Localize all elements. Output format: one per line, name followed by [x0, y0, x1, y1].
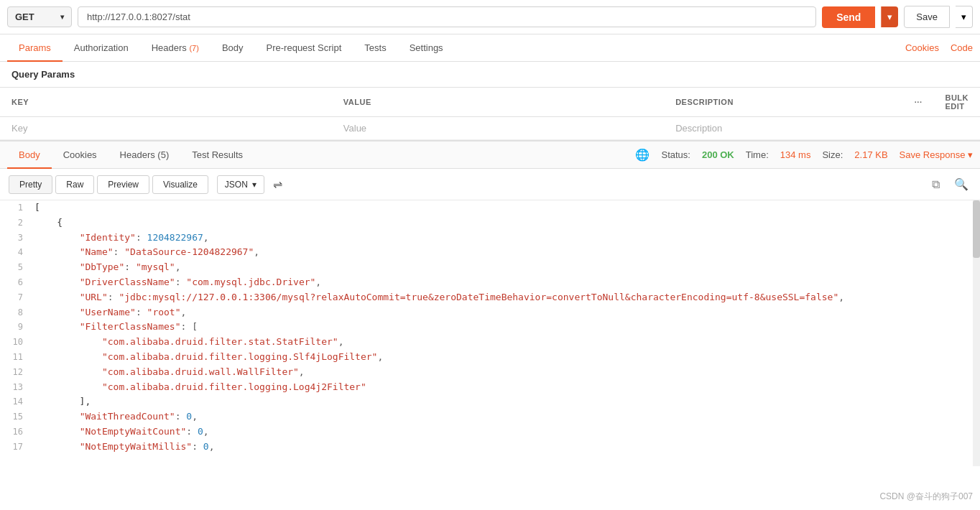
resp-tab-cookies[interactable]: Cookies — [52, 142, 108, 169]
value-cell[interactable]: Value — [332, 117, 664, 140]
response-meta: 🌐 Status: 200 OK Time: 134 ms Size: 2.17… — [635, 148, 973, 162]
code-line: 6 "DriverClassName": "com.mysql.jdbc.Dri… — [0, 275, 980, 290]
params-table: KEY VALUE DESCRIPTION ··· Bulk Edit Key … — [0, 88, 980, 140]
search-icon[interactable]: 🔍 — [951, 175, 971, 194]
send-button[interactable]: Send — [822, 6, 875, 28]
status-label: Status: — [661, 149, 690, 160]
code-line: 1[ — [0, 200, 980, 215]
code-line: 13 "com.alibaba.druid.filter.logging.Log… — [0, 380, 980, 395]
extra-cell — [903, 117, 934, 140]
time-label: Time: — [746, 149, 769, 160]
save-response-btn[interactable]: Save Response ▾ — [900, 149, 973, 160]
method-chevron: ▾ — [60, 13, 64, 21]
save-button[interactable]: Save — [904, 6, 950, 28]
request-tabs: Params Authorization Headers (7) Body Pr… — [0, 34, 980, 62]
code-line: 3 "Identity": 1204822967, — [0, 231, 980, 246]
url-input[interactable] — [78, 6, 816, 27]
globe-icon: 🌐 — [635, 148, 650, 162]
format-select[interactable]: JSON ▾ — [217, 175, 264, 194]
preview-btn[interactable]: Preview — [97, 175, 149, 194]
code-line: 7 "URL": "jdbc:mysql://127.0.0.1:3306/my… — [0, 290, 980, 305]
table-row: Key Value Description — [0, 117, 980, 140]
tab-authorization[interactable]: Authorization — [63, 35, 140, 62]
code-line: 14 ], — [0, 394, 980, 409]
size-value: 2.17 KB — [854, 149, 887, 160]
size-label: Size: — [822, 149, 843, 160]
scrollbar-track[interactable] — [973, 200, 980, 466]
raw-btn[interactable]: Raw — [55, 175, 94, 194]
bulk-edit-btn[interactable]: Bulk Edit — [933, 88, 980, 117]
save-dropdown[interactable]: ▾ — [956, 6, 973, 28]
query-params-header: Query Params — [0, 62, 980, 88]
col-header-extra: ··· — [903, 88, 934, 117]
code-line: 8 "UserName": "root", — [0, 305, 980, 320]
col-header-desc: DESCRIPTION — [664, 88, 903, 117]
url-bar: GET ▾ Send ▾ Save ▾ — [0, 0, 980, 34]
key-cell[interactable]: Key — [0, 117, 332, 140]
pretty-btn[interactable]: Pretty — [9, 175, 52, 194]
code-line: 15 "WaitThreadCount": 0, — [0, 409, 980, 425]
status-value: 200 OK — [702, 149, 734, 160]
code-lines: 1[2 {3 "Identity": 1204822967,4 "Name": … — [0, 200, 980, 455]
send-dropdown[interactable]: ▾ — [881, 6, 898, 27]
code-line: 12 "com.alibaba.druid.wall.WallFilter", — [0, 365, 980, 380]
resp-tab-test-results[interactable]: Test Results — [180, 142, 254, 169]
col-header-value: VALUE — [332, 88, 664, 117]
tab-headers[interactable]: Headers (7) — [140, 35, 211, 62]
desc-cell[interactable]: Description — [664, 117, 903, 140]
tab-body[interactable]: Body — [211, 35, 255, 62]
code-link[interactable]: Code — [951, 42, 973, 53]
filter-icon[interactable]: ⇌ — [273, 177, 282, 191]
copy-icon[interactable]: ⧉ — [929, 175, 943, 194]
resp-tab-body[interactable]: Body — [7, 142, 52, 169]
response-tabs: Body Cookies Headers (5) Test Results 🌐 … — [0, 140, 980, 169]
visualize-btn[interactable]: Visualize — [152, 175, 208, 194]
resp-tab-headers[interactable]: Headers (5) — [108, 142, 181, 169]
code-line: 17 "NotEmptyWaitMillis": 0, — [0, 440, 980, 455]
code-view: 1[2 {3 "Identity": 1204822967,4 "Name": … — [0, 200, 980, 466]
method-label: GET — [15, 11, 34, 22]
col-header-key: KEY — [0, 88, 332, 117]
scrollbar-thumb[interactable] — [973, 200, 980, 258]
code-line: 2 { — [0, 215, 980, 231]
format-chevron: ▾ — [252, 180, 256, 190]
bulk-cell — [933, 117, 980, 140]
code-line: 10 "com.alibaba.druid.filter.stat.StatFi… — [0, 335, 980, 350]
code-line: 16 "NotEmptyWaitCount": 0, — [0, 425, 980, 440]
cookies-link[interactable]: Cookies — [905, 42, 939, 53]
code-line: 4 "Name": "DataSource-1204822967", — [0, 245, 980, 260]
tab-settings[interactable]: Settings — [398, 35, 455, 62]
code-toolbar: Pretty Raw Preview Visualize JSON ▾ ⇌ ⧉ … — [0, 169, 980, 200]
time-value: 134 ms — [780, 149, 811, 160]
tab-tests[interactable]: Tests — [353, 35, 397, 62]
code-line: 9 "FilterClassNames": [ — [0, 320, 980, 335]
headers-badge: (7) — [189, 44, 198, 52]
right-links: Cookies Code — [905, 42, 973, 53]
code-line: 11 "com.alibaba.druid.filter.logging.Slf… — [0, 350, 980, 365]
method-select[interactable]: GET ▾ — [7, 6, 72, 27]
format-label: JSON — [225, 180, 248, 190]
code-line: 5 "DbType": "mysql", — [0, 260, 980, 275]
tab-pre-request[interactable]: Pre-request Script — [255, 35, 353, 62]
tab-params[interactable]: Params — [7, 35, 63, 62]
